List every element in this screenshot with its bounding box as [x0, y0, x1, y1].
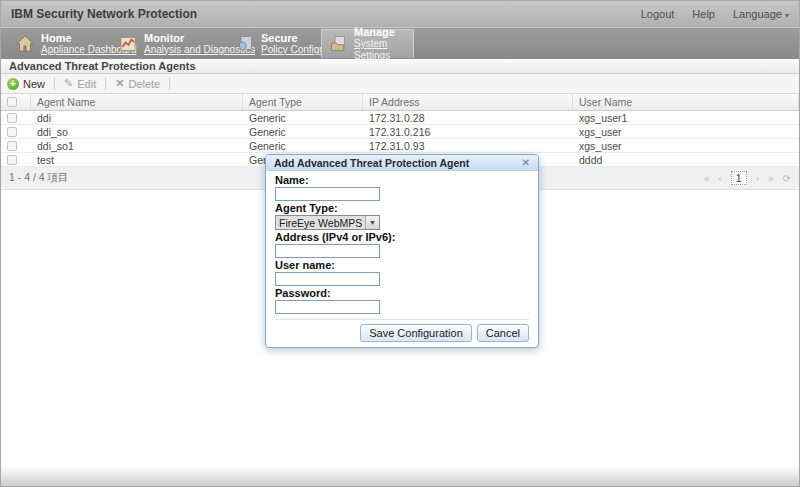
chevron-down-icon: ▼	[365, 216, 379, 229]
password-label: Password:	[275, 287, 529, 299]
toolbar-divider	[105, 77, 106, 90]
cell-user-name: xgs_user1	[573, 111, 799, 124]
name-input[interactable]	[275, 187, 380, 201]
column-header-ip-address[interactable]: IP Address	[363, 94, 573, 110]
address-input[interactable]	[275, 244, 380, 258]
cell-agent-type: Generic	[243, 125, 363, 138]
edit-icon: ✎	[64, 77, 73, 90]
table-toolbar: + New ✎ Edit ✕ Delete	[1, 74, 799, 94]
cell-ip-address: 172.31.0.93	[363, 139, 573, 152]
chevron-down-icon: ▾	[785, 11, 789, 20]
cell-user-name: xgs_user	[573, 125, 799, 138]
monitor-icon	[118, 34, 138, 54]
delete-icon: ✕	[115, 77, 124, 90]
first-page-icon[interactable]: «	[704, 173, 710, 184]
row-checkbox[interactable]	[7, 127, 17, 137]
column-header-user-name[interactable]: User Name	[573, 94, 799, 110]
cell-agent-name: ddi_so	[31, 125, 243, 138]
pagination-summary: 1 - 4 / 4 項目	[9, 171, 69, 185]
cell-agent-name: ddi_so1	[31, 139, 243, 152]
username-input[interactable]	[275, 272, 380, 286]
add-icon: +	[7, 78, 19, 90]
table-row[interactable]: ddi Generic 172.31.0.28 xgs_user1	[1, 111, 799, 125]
new-button-label: New	[23, 78, 45, 90]
primary-nav: Home Appliance Dashboard Monitor Analysi…	[1, 28, 799, 59]
agent-type-select[interactable]: FireEye WebMPS 6.2 ▼	[275, 215, 380, 230]
agent-type-value: FireEye WebMPS 6.2	[276, 217, 365, 229]
manage-icon	[328, 34, 348, 54]
edit-button[interactable]: ✎ Edit	[64, 77, 96, 90]
select-all-checkbox[interactable]	[7, 97, 17, 107]
close-icon[interactable]: ✕	[522, 157, 530, 168]
next-page-icon[interactable]: ›	[756, 173, 759, 184]
dialog-title: Add Advanced Threat Protection Agent	[274, 157, 469, 169]
agent-type-label: Agent Type:	[275, 202, 529, 214]
column-header-agent-name[interactable]: Agent Name	[31, 94, 243, 110]
row-checkbox[interactable]	[7, 141, 17, 151]
refresh-icon[interactable]: ⟳	[783, 173, 791, 184]
current-page[interactable]: 1	[731, 171, 747, 185]
page-footer	[1, 466, 799, 486]
language-label: Language	[733, 8, 782, 20]
app-title: IBM Security Network Protection	[11, 7, 197, 21]
password-input[interactable]	[275, 300, 380, 314]
last-page-icon[interactable]: »	[768, 173, 774, 184]
help-link[interactable]: Help	[692, 8, 715, 20]
cell-ip-address: 172.31.0.28	[363, 111, 573, 124]
name-label: Name:	[275, 174, 529, 186]
logout-link[interactable]: Logout	[641, 8, 675, 20]
app-header: IBM Security Network Protection Logout H…	[1, 1, 799, 28]
cancel-button[interactable]: Cancel	[477, 324, 529, 342]
toolbar-divider	[169, 77, 170, 90]
column-header-agent-type[interactable]: Agent Type	[243, 94, 363, 110]
row-checkbox[interactable]	[7, 155, 17, 165]
tab-manage-link[interactable]: System Settings	[354, 38, 407, 62]
tab-manage-title: Manage	[354, 26, 407, 38]
cell-agent-name: test	[31, 153, 243, 166]
new-button[interactable]: + New	[7, 78, 45, 90]
table-header: Agent Name Agent Type IP Address User Na…	[1, 94, 799, 111]
cell-user-name: xgs_user	[573, 139, 799, 152]
toolbar-divider	[54, 77, 55, 90]
row-checkbox[interactable]	[7, 113, 17, 123]
header-links: Logout Help Language ▾	[641, 8, 789, 20]
save-configuration-button[interactable]: Save Configuration	[360, 324, 472, 342]
secure-icon	[235, 34, 255, 54]
cell-agent-name: ddi	[31, 111, 243, 124]
cell-ip-address: 172.31.0.216	[363, 125, 573, 138]
dialog-titlebar: Add Advanced Threat Protection Agent ✕	[266, 155, 538, 171]
delete-button-label: Delete	[128, 78, 160, 90]
tab-manage[interactable]: Manage System Settings	[321, 29, 414, 58]
cell-agent-type: Generic	[243, 111, 363, 124]
prev-page-icon[interactable]: ‹	[719, 173, 722, 184]
table-row[interactable]: ddi_so1 Generic 172.31.0.93 xgs_user	[1, 139, 799, 153]
add-agent-dialog: Add Advanced Threat Protection Agent ✕ N…	[265, 154, 539, 348]
cell-agent-type: Generic	[243, 139, 363, 152]
edit-button-label: Edit	[77, 78, 96, 90]
cell-user-name: dddd	[573, 153, 799, 166]
language-menu[interactable]: Language ▾	[733, 8, 789, 20]
address-label: Address (IPv4 or IPv6):	[275, 231, 529, 243]
table-row[interactable]: ddi_so Generic 172.31.0.216 xgs_user	[1, 125, 799, 139]
home-icon	[15, 34, 35, 54]
app-window: IBM Security Network Protection Logout H…	[0, 0, 800, 487]
username-label: User name:	[275, 259, 529, 271]
delete-button[interactable]: ✕ Delete	[115, 77, 160, 90]
